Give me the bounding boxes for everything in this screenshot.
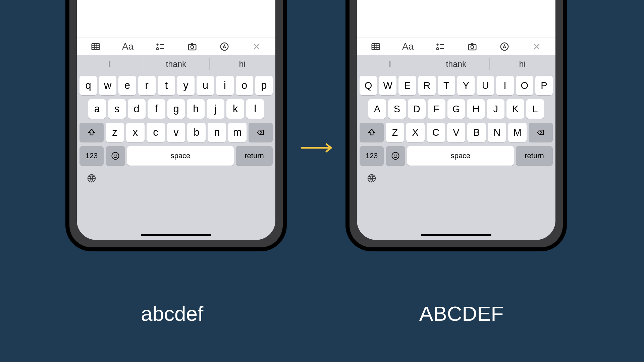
backspace-key[interactable] bbox=[529, 123, 553, 142]
suggestion[interactable]: thank bbox=[143, 55, 209, 73]
svg-point-5 bbox=[221, 43, 228, 51]
key-u[interactable]: U bbox=[477, 76, 494, 95]
key-k[interactable]: K bbox=[506, 99, 524, 119]
shift-key[interactable] bbox=[360, 123, 384, 142]
key-t[interactable]: T bbox=[438, 76, 455, 95]
key-p[interactable]: p bbox=[255, 76, 273, 95]
key-l[interactable]: l bbox=[246, 99, 264, 119]
suggestion[interactable]: thank bbox=[423, 55, 489, 73]
key-q[interactable]: Q bbox=[360, 76, 377, 95]
key-i[interactable]: i bbox=[216, 76, 233, 95]
svg-rect-10 bbox=[372, 44, 380, 50]
camera-icon[interactable] bbox=[185, 40, 199, 54]
key-s[interactable]: s bbox=[108, 99, 126, 119]
key-r[interactable]: R bbox=[418, 76, 436, 95]
backspace-key[interactable] bbox=[249, 123, 273, 142]
key-e[interactable]: e bbox=[118, 76, 136, 95]
svg-point-15 bbox=[501, 43, 508, 51]
key-z[interactable]: z bbox=[106, 123, 124, 142]
svg-point-12 bbox=[436, 48, 438, 50]
key-f[interactable]: f bbox=[148, 99, 165, 119]
text-format-icon[interactable]: Aa bbox=[121, 40, 135, 54]
key-m[interactable]: m bbox=[228, 123, 247, 142]
markup-icon[interactable] bbox=[497, 40, 512, 54]
checklist-icon[interactable] bbox=[433, 40, 447, 54]
suggestion-bar: I thank hi bbox=[77, 55, 275, 73]
svg-point-14 bbox=[471, 46, 474, 49]
key-n[interactable]: N bbox=[488, 123, 506, 142]
emoji-key[interactable] bbox=[386, 146, 405, 166]
key-z[interactable]: Z bbox=[386, 123, 404, 142]
key-b[interactable]: B bbox=[467, 123, 486, 142]
shift-key[interactable] bbox=[79, 123, 104, 142]
globe-icon[interactable] bbox=[366, 172, 378, 184]
key-c[interactable]: c bbox=[147, 123, 165, 142]
key-x[interactable]: X bbox=[406, 123, 425, 142]
caption-lowercase: abcdef bbox=[141, 302, 203, 325]
key-x[interactable]: x bbox=[126, 123, 145, 142]
key-j[interactable]: j bbox=[207, 99, 224, 119]
key-s[interactable]: S bbox=[388, 99, 406, 119]
suggestion[interactable]: I bbox=[357, 55, 423, 73]
emoji-key[interactable] bbox=[106, 146, 125, 166]
text-area[interactable] bbox=[77, 0, 275, 38]
key-v[interactable]: v bbox=[167, 123, 185, 142]
camera-icon[interactable] bbox=[465, 40, 479, 54]
key-o[interactable]: o bbox=[236, 76, 253, 95]
text-area[interactable] bbox=[357, 0, 555, 38]
close-icon[interactable] bbox=[530, 40, 544, 54]
suggestion[interactable]: I bbox=[77, 55, 143, 73]
globe-icon[interactable] bbox=[86, 172, 98, 184]
key-a[interactable]: a bbox=[88, 99, 106, 119]
key-u[interactable]: u bbox=[197, 76, 214, 95]
space-key[interactable]: space bbox=[407, 146, 514, 166]
key-h[interactable]: h bbox=[187, 99, 205, 119]
markup-icon[interactable] bbox=[217, 40, 231, 54]
key-l[interactable]: L bbox=[526, 99, 544, 119]
key-y[interactable]: y bbox=[177, 76, 195, 95]
numbers-key[interactable]: 123 bbox=[79, 146, 104, 166]
key-e[interactable]: E bbox=[398, 76, 416, 95]
home-indicator[interactable] bbox=[421, 234, 491, 236]
text-format-icon[interactable]: Aa bbox=[401, 40, 415, 54]
svg-point-17 bbox=[394, 155, 395, 156]
svg-point-16 bbox=[392, 153, 399, 160]
key-n[interactable]: n bbox=[208, 123, 226, 142]
key-f[interactable]: F bbox=[428, 99, 445, 119]
key-h[interactable]: H bbox=[467, 99, 485, 119]
key-b[interactable]: b bbox=[187, 123, 206, 142]
key-t[interactable]: t bbox=[158, 76, 175, 95]
key-i[interactable]: I bbox=[496, 76, 514, 95]
svg-rect-0 bbox=[92, 44, 100, 50]
svg-point-1 bbox=[156, 44, 158, 46]
key-m[interactable]: M bbox=[508, 123, 527, 142]
key-g[interactable]: G bbox=[447, 99, 465, 119]
numbers-key[interactable]: 123 bbox=[360, 146, 384, 166]
return-key[interactable]: return bbox=[236, 146, 273, 166]
space-key[interactable]: space bbox=[127, 146, 234, 166]
key-o[interactable]: O bbox=[516, 76, 533, 95]
return-key[interactable]: return bbox=[516, 146, 553, 166]
home-indicator[interactable] bbox=[141, 234, 211, 236]
key-d[interactable]: D bbox=[408, 99, 426, 119]
key-c[interactable]: C bbox=[427, 123, 445, 142]
table-icon[interactable] bbox=[369, 40, 383, 54]
key-k[interactable]: k bbox=[226, 99, 244, 119]
key-j[interactable]: J bbox=[487, 99, 504, 119]
key-w[interactable]: w bbox=[99, 76, 116, 95]
key-r[interactable]: r bbox=[138, 76, 156, 95]
key-a[interactable]: A bbox=[368, 99, 386, 119]
key-v[interactable]: V bbox=[447, 123, 466, 142]
key-p[interactable]: P bbox=[535, 76, 553, 95]
arrow-icon bbox=[300, 143, 337, 153]
suggestion[interactable]: hi bbox=[209, 55, 275, 73]
key-y[interactable]: Y bbox=[457, 76, 475, 95]
key-w[interactable]: W bbox=[379, 76, 396, 95]
key-g[interactable]: g bbox=[167, 99, 185, 119]
checklist-icon[interactable] bbox=[153, 40, 167, 54]
key-d[interactable]: d bbox=[128, 99, 146, 119]
table-icon[interactable] bbox=[89, 40, 103, 54]
suggestion[interactable]: hi bbox=[489, 55, 555, 73]
key-q[interactable]: q bbox=[79, 76, 97, 95]
close-icon[interactable] bbox=[250, 40, 264, 54]
